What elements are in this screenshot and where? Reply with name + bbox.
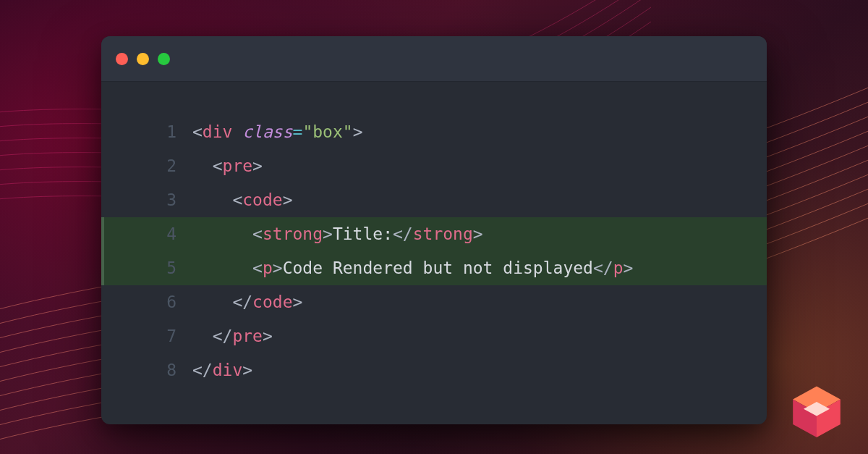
minimize-icon[interactable] (137, 53, 149, 65)
code-line: 3 <code> (143, 183, 767, 217)
line-number: 7 (143, 319, 178, 353)
code-line: 1 <div class="box"> (143, 115, 767, 149)
code-line: 4 <strong>Title:</strong> (143, 217, 767, 251)
window-titlebar (101, 36, 767, 82)
maximize-icon[interactable] (158, 53, 170, 65)
code-content: <code> (178, 183, 293, 217)
line-number: 8 (143, 353, 178, 387)
code-content: <pre> (178, 149, 263, 183)
code-content: <p>Code Rendered but not displayed</p> (178, 251, 633, 285)
code-area[interactable]: 1 <div class="box"> 2 <pre> 3 <code> 4 <… (101, 82, 767, 387)
code-content: </code> (178, 285, 302, 319)
code-content: <div class="box"> (178, 115, 362, 149)
code-content: </div> (178, 353, 252, 387)
code-line: 2 <pre> (143, 149, 767, 183)
code-content: <strong>Title:</strong> (178, 217, 483, 251)
line-number: 4 (143, 217, 178, 251)
code-line: 6 </code> (143, 285, 767, 319)
line-number: 1 (143, 115, 178, 149)
code-content: </pre> (178, 319, 273, 353)
line-number: 3 (143, 183, 178, 217)
code-editor-window: 1 <div class="box"> 2 <pre> 3 <code> 4 <… (101, 36, 767, 424)
code-line: 5 <p>Code Rendered but not displayed</p> (143, 251, 767, 285)
brand-logo-icon (787, 382, 846, 441)
code-line: 7 </pre> (143, 319, 767, 353)
line-number: 6 (143, 285, 178, 319)
code-line: 8 </div> (143, 353, 767, 387)
close-icon[interactable] (116, 53, 128, 65)
line-number: 2 (143, 149, 178, 183)
line-number: 5 (143, 251, 178, 285)
